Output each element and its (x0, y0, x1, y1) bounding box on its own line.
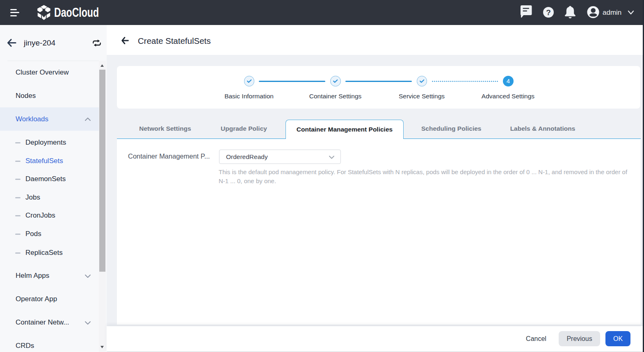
svg-text:?: ? (546, 8, 551, 17)
